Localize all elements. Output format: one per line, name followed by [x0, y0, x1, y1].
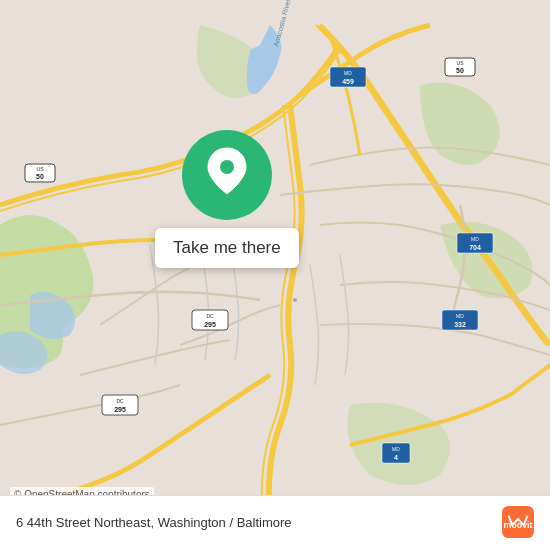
location-pin-icon	[205, 146, 249, 205]
svg-text:459: 459	[342, 78, 354, 85]
svg-text:moovit: moovit	[504, 520, 533, 530]
popup-bubble	[182, 130, 272, 220]
svg-text:MD: MD	[392, 446, 400, 452]
take-me-there-button[interactable]: Take me there	[155, 228, 299, 268]
moovit-logo: moovit	[502, 506, 534, 538]
svg-text:50: 50	[456, 67, 464, 74]
svg-text:US: US	[37, 166, 45, 172]
svg-text:MD: MD	[471, 236, 479, 242]
address-text: 6 44th Street Northeast, Washington / Ba…	[16, 515, 502, 530]
bottom-bar: 6 44th Street Northeast, Washington / Ba…	[0, 495, 550, 550]
svg-point-27	[293, 298, 297, 302]
map-container: US 50 US 50 MD 459 MD 704 MD 332	[0, 0, 550, 550]
svg-text:MD: MD	[344, 70, 352, 76]
svg-text:704: 704	[469, 244, 481, 251]
svg-text:DC: DC	[116, 398, 124, 404]
moovit-logo-icon: moovit	[502, 506, 534, 538]
svg-text:4: 4	[394, 454, 398, 461]
svg-text:50: 50	[36, 173, 44, 180]
svg-point-28	[220, 160, 234, 174]
svg-text:295: 295	[114, 406, 126, 413]
map-svg: US 50 US 50 MD 459 MD 704 MD 332	[0, 0, 550, 550]
svg-text:295: 295	[204, 321, 216, 328]
location-popup: Take me there	[155, 130, 299, 268]
svg-text:DC: DC	[206, 313, 214, 319]
svg-text:MD: MD	[456, 313, 464, 319]
svg-text:US: US	[457, 60, 465, 66]
svg-text:332: 332	[454, 321, 466, 328]
